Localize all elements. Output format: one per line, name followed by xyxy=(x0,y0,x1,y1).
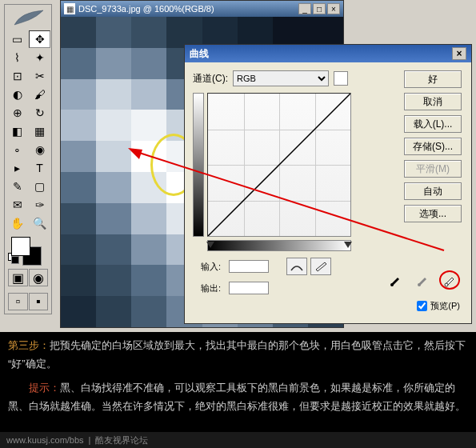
close-doc-button[interactable]: × xyxy=(327,3,340,14)
curve-mode-pencil[interactable] xyxy=(310,258,331,275)
dialog-close-button[interactable]: × xyxy=(452,47,466,60)
path-selection-tool[interactable]: ▸ xyxy=(6,159,28,177)
dialog-title: 曲线 xyxy=(190,47,209,61)
auto-button[interactable]: 自动 xyxy=(404,182,462,200)
svg-line-2 xyxy=(208,94,350,236)
eyedropper-tool[interactable]: ✑ xyxy=(29,196,50,214)
foreground-color[interactable] xyxy=(11,237,30,256)
rect-marquee-tool[interactable]: ▭ xyxy=(6,30,28,48)
preview-checkbox[interactable] xyxy=(417,301,427,311)
notes-tool[interactable]: ✉ xyxy=(6,196,28,214)
maximize-button[interactable]: □ xyxy=(313,3,326,14)
caption-text: 第三步：把预先确定的白场区域放到最大，找出其中最白的那个色块，用白色吸管点击它，… xyxy=(8,336,468,416)
black-point-eyedropper[interactable] xyxy=(385,270,406,290)
document-icon: ▦ xyxy=(64,3,75,14)
screen-mode-full-menu[interactable]: ▪ xyxy=(29,293,49,310)
blur-tool[interactable]: ∘ xyxy=(6,141,28,158)
magic-wand-tool[interactable]: ✦ xyxy=(29,49,50,66)
eraser-tool[interactable]: ◧ xyxy=(6,122,28,140)
screen-mode-standard[interactable]: ▫ xyxy=(8,293,28,310)
preview-label: 预览(P) xyxy=(430,300,460,312)
history-brush-tool[interactable]: ↻ xyxy=(29,104,50,122)
hand-tool[interactable]: ✋ xyxy=(6,214,28,232)
footer: www.kuusj.com/bbs | 酷友视界论坛 xyxy=(0,432,476,448)
channel-label: 通道(C): xyxy=(193,72,228,86)
curve-mode-point[interactable] xyxy=(286,258,307,275)
curves-dialog: 曲线 × 通道(C): RGB xyxy=(184,44,472,324)
cancel-button[interactable]: 取消 xyxy=(404,93,462,110)
step-label: 第三步： xyxy=(8,339,50,351)
move-tool[interactable]: ✥ xyxy=(29,30,50,48)
lasso-tool[interactable]: ⌇ xyxy=(6,49,28,66)
gradient-tool[interactable]: ▦ xyxy=(29,122,50,140)
color-swatches xyxy=(6,235,50,264)
dialog-titlebar[interactable]: 曲线 × xyxy=(185,45,471,62)
toolbox: ▭ ✥ ⌇ ✦ ⊡ ✂ ◐ 🖌 ⊕ ↻ ◧ ▦ ∘ ◉ ▸ T ✎ ▢ ✉ ✑ … xyxy=(4,4,52,314)
save-button[interactable]: 存储(S)... xyxy=(404,138,462,155)
channel-icon xyxy=(334,71,348,86)
input-gradient[interactable] xyxy=(207,240,351,251)
options-button[interactable]: 选项... xyxy=(404,205,462,222)
ok-button[interactable]: 好 xyxy=(404,70,462,88)
healing-brush-tool[interactable]: ◐ xyxy=(6,86,28,103)
app-logo-feather xyxy=(6,6,51,30)
slice-tool[interactable]: ✂ xyxy=(29,67,50,85)
output-value-field[interactable] xyxy=(229,282,269,294)
zoom-tool[interactable]: 🔍 xyxy=(29,214,50,232)
shape-tool[interactable]: ▢ xyxy=(29,178,50,195)
document-titlebar[interactable]: ▦ DSC_9733a.jpg @ 1600%(RGB/8) _ □ × xyxy=(61,1,343,17)
input-label: 输入: xyxy=(201,261,221,273)
white-point-eyedropper[interactable] xyxy=(439,270,460,290)
curve-graph[interactable] xyxy=(207,93,351,237)
svg-point-3 xyxy=(390,283,394,286)
type-tool[interactable]: T xyxy=(29,159,50,177)
output-gradient xyxy=(193,93,204,237)
pen-tool[interactable]: ✎ xyxy=(6,178,28,195)
input-value-field[interactable] xyxy=(229,260,269,273)
load-button[interactable]: 载入(L)... xyxy=(404,115,462,133)
tip-text: 黑、白场找得准不准确，可以观察工具板下的黑白前景色，如果越是标准，你所确定的黑、… xyxy=(8,382,466,412)
svg-point-5 xyxy=(445,283,448,286)
output-label: 输出: xyxy=(201,282,221,294)
svg-point-4 xyxy=(418,283,421,286)
clone-stamp-tool[interactable]: ⊕ xyxy=(6,104,28,122)
channel-select[interactable]: RGB xyxy=(233,70,329,86)
gray-point-eyedropper[interactable] xyxy=(412,270,433,290)
footer-url: www.kuusj.com/bbs xyxy=(6,435,84,445)
tip-label: 提示： xyxy=(29,382,60,394)
quickmask-mode-button[interactable]: ◉ xyxy=(29,269,49,286)
minimize-button[interactable]: _ xyxy=(298,3,311,14)
step-text: 把预先确定的白场区域放到最大，找出其中最白的那个色块，用白色吸管点击它，然后按下… xyxy=(8,339,466,370)
standard-mode-button[interactable]: ▣ xyxy=(8,269,28,286)
document-title: DSC_9733a.jpg @ 1600%(RGB/8) xyxy=(78,4,214,14)
footer-site: 酷友视界论坛 xyxy=(95,434,148,446)
smooth-button: 平滑(M) xyxy=(404,160,462,178)
dodge-tool[interactable]: ◉ xyxy=(29,141,50,158)
brush-tool[interactable]: 🖌 xyxy=(29,86,50,103)
crop-tool[interactable]: ⊡ xyxy=(6,67,28,85)
